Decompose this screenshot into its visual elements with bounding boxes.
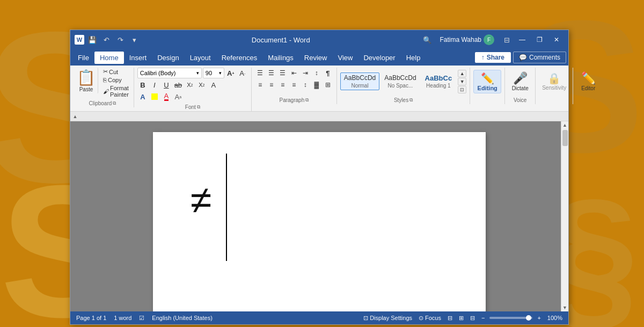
window-title: Document1 - Word (140, 36, 421, 44)
zoom-out-button[interactable]: − (480, 315, 486, 321)
document-symbol: ≠ (191, 180, 212, 219)
dictate-button[interactable]: 🎤 Dictate (508, 70, 532, 93)
sort-button[interactable]: ↕ (311, 68, 322, 78)
scroll-thumb[interactable] (562, 130, 568, 146)
ribbon-display-button[interactable]: ⊟ (501, 34, 513, 46)
font-size-value: 90 (206, 70, 212, 76)
clipboard-launcher[interactable]: ⧉ (113, 100, 116, 106)
menu-insert[interactable]: Insert (124, 52, 152, 64)
cut-icon: ✂ (103, 68, 108, 75)
style-normal[interactable]: AaBbCcDd Normal (340, 72, 379, 90)
view-mode-read[interactable]: ⊟ (469, 315, 477, 322)
underline-button[interactable]: U (161, 79, 172, 90)
display-settings-button[interactable]: ⊡ Display Settings (362, 315, 414, 322)
font-color-button[interactable]: A (161, 91, 172, 102)
subscript-button[interactable]: X2 (185, 79, 195, 90)
align-right-button[interactable]: ≡ (277, 79, 288, 90)
text-effects-button[interactable]: A (137, 91, 148, 102)
share-label: Share (487, 54, 504, 61)
multilevel-button[interactable]: ☰ (277, 68, 288, 78)
vertical-scrollbar[interactable]: ▲ ▼ (561, 121, 568, 311)
zoom-level[interactable]: 100% (546, 315, 564, 321)
menu-design[interactable]: Design (152, 52, 184, 64)
menu-references[interactable]: References (216, 52, 262, 64)
clear-format-button[interactable]: A (208, 79, 219, 90)
focus-button[interactable]: ⊙ Focus (417, 315, 443, 322)
page-info[interactable]: Page 1 of 1 (75, 315, 108, 321)
styles-launcher[interactable]: ⧉ (409, 97, 413, 103)
search-button[interactable]: 🔍 (421, 34, 433, 46)
copy-label: Copy (108, 77, 122, 83)
menu-view[interactable]: View (332, 52, 358, 64)
font-grow-button[interactable]: A+ (225, 68, 236, 78)
styles-scroll-up[interactable]: ▲ (458, 70, 466, 77)
word-count[interactable]: 1 word (112, 315, 133, 321)
font-shrink-button[interactable]: A- (237, 68, 248, 78)
superscript-button[interactable]: X2 (196, 79, 207, 90)
share-button[interactable]: ↑ Share (475, 52, 511, 63)
menu-file[interactable]: File (72, 52, 94, 64)
minimize-button[interactable]: — (515, 32, 530, 47)
save-button[interactable]: 💾 (86, 34, 98, 46)
font-size-selector[interactable]: 90 ▾ (203, 68, 224, 78)
view-mode-print[interactable]: ⊟ (446, 315, 454, 322)
font-family-selector[interactable]: Calibri (Body) ▾ (137, 68, 202, 78)
borders-button[interactable]: ⊞ (323, 79, 333, 90)
italic-button[interactable]: I (149, 79, 160, 90)
user-profile[interactable]: Fatima Wahab F (435, 32, 499, 47)
justify-button[interactable]: ≡ (289, 79, 299, 90)
bullets-button[interactable]: ☰ (255, 68, 266, 78)
align-left-button[interactable]: ≡ (255, 79, 266, 90)
menu-help[interactable]: Help (401, 52, 426, 64)
numbering-button[interactable]: ☰ (266, 68, 277, 78)
paragraph-group-content: ☰ ☰ ☰ ⇤ ⇥ ↕ ¶ ≡ ≡ ≡ ≡ (255, 68, 333, 96)
line-spacing-button[interactable]: ↕ (300, 79, 311, 90)
bold-button[interactable]: B (137, 79, 148, 90)
copy-button[interactable]: ⎘ Copy (101, 76, 130, 84)
paste-button[interactable]: 📋 Paste (75, 68, 98, 93)
cut-button[interactable]: ✂ Cut (101, 68, 130, 76)
customize-qat-button[interactable]: ▾ (128, 34, 140, 46)
menu-developer[interactable]: Developer (358, 52, 400, 64)
scroll-down-button[interactable]: ▼ (561, 304, 569, 311)
menu-mailings[interactable]: Mailings (262, 52, 299, 64)
editing-button[interactable]: ✏️ Editing (473, 70, 501, 93)
maximize-button[interactable]: ❐ (532, 32, 547, 47)
zoom-slider[interactable] (489, 317, 532, 319)
close-button[interactable]: ✕ (549, 32, 564, 47)
ruler-up-arrow[interactable]: ▲ (71, 113, 79, 120)
menu-review[interactable]: Review (299, 52, 333, 64)
display-settings-label: Display Settings (370, 315, 412, 321)
styles-scroll-down[interactable]: ▼ (458, 78, 466, 85)
scroll-up-button[interactable]: ▲ (561, 121, 569, 129)
zoom-in-button[interactable]: + (536, 315, 542, 321)
para-launcher[interactable]: ⧉ (305, 97, 309, 103)
menu-home[interactable]: Home (94, 52, 124, 64)
highlight-button[interactable]: A (149, 91, 160, 102)
align-center-button[interactable]: ≡ (266, 79, 277, 90)
editor-button[interactable]: ✏️ Editor (576, 70, 600, 93)
language-info[interactable]: English (United States) (150, 315, 214, 321)
redo-button[interactable]: ↷ (114, 34, 126, 46)
font-format-extra[interactable]: Aa (173, 91, 184, 102)
proofing-icon[interactable]: ☑ (137, 315, 146, 322)
menu-layout[interactable]: Layout (185, 52, 216, 64)
svg-rect-0 (79, 112, 567, 121)
strikethrough-button[interactable]: ab (173, 79, 184, 90)
decrease-indent-button[interactable]: ⇤ (289, 68, 299, 78)
style-heading1[interactable]: AaBbCc Heading 1 (421, 72, 456, 91)
style-nospace[interactable]: AaBbCcDd No Spac... (380, 72, 420, 90)
font-controls: Calibri (Body) ▾ 90 ▾ A+ A- B (137, 68, 248, 102)
increase-indent-button[interactable]: ⇥ (300, 68, 311, 78)
comments-button[interactable]: 💬 Comments (513, 52, 566, 63)
view-mode-web[interactable]: ⊞ (457, 315, 465, 322)
shading-button[interactable]: ▓ (311, 79, 322, 90)
sensitivity-button[interactable]: 🔒 Sensitivity (539, 70, 569, 92)
style-heading1-name: Heading 1 (425, 83, 452, 89)
undo-button[interactable]: ↶ (100, 34, 112, 46)
styles-label: Styles ⧉ (340, 96, 466, 103)
font-launcher[interactable]: ⧉ (197, 104, 200, 110)
show-para-button[interactable]: ¶ (323, 68, 333, 78)
format-painter-button[interactable]: 🖌 Format Painter (101, 84, 130, 98)
styles-expand[interactable]: ⊡ (458, 86, 466, 93)
